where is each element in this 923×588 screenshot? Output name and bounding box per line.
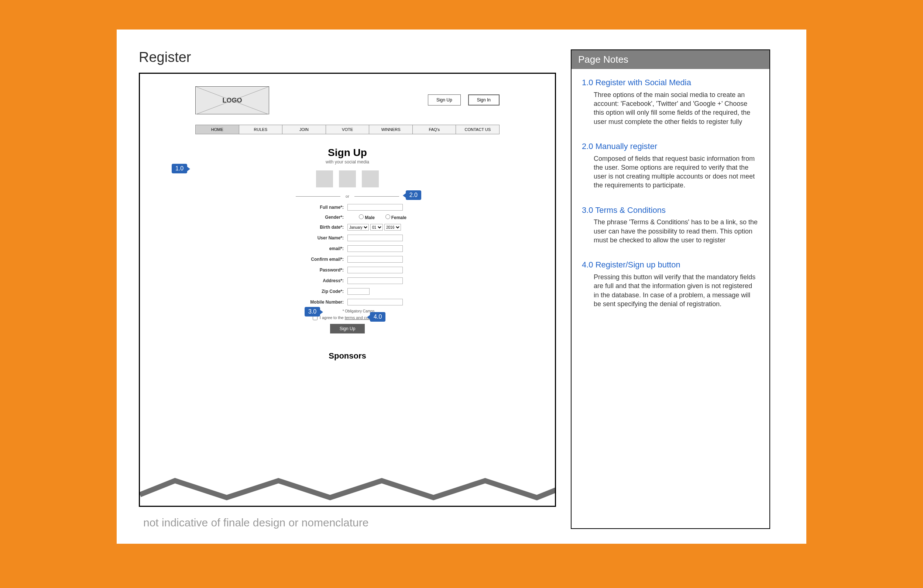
note-body-2: Composed of fields that request basic in…	[582, 154, 759, 190]
label-email: email*:	[288, 246, 344, 251]
obligatory-note: * Obligatory Camps	[310, 309, 406, 313]
select-birth-year[interactable]: 2016	[384, 224, 401, 231]
signup-heading: Sign Up	[195, 147, 499, 159]
wireframe-frame: LOGO Sign Up Sign In HOME RULES JOIN VOT…	[139, 73, 556, 507]
callout-4: 4.0	[370, 312, 386, 322]
nav-contact[interactable]: CONTACT US	[456, 125, 499, 134]
page-notes-header: Page Notes	[572, 50, 769, 69]
document-canvas: Register LOGO Sign Up Sign	[117, 29, 806, 544]
select-birth-month[interactable]: January	[347, 224, 369, 231]
header-signin-button[interactable]: Sign In	[468, 95, 499, 105]
signup-subheading: with your social media	[195, 159, 499, 164]
label-username: User Name*:	[288, 235, 344, 241]
social-facebook-button[interactable]	[316, 170, 333, 187]
input-email[interactable]	[347, 245, 403, 252]
label-password: Password*:	[288, 267, 344, 273]
note-block-4: 4.0 Register/Sign up button Pressing thi…	[582, 259, 759, 308]
input-password[interactable]	[347, 267, 403, 274]
note-title-2: 2.0 Manually register	[582, 141, 759, 152]
callout-3: 3.0	[305, 307, 320, 316]
disclaimer-text: not indicative of finale design or nomen…	[139, 516, 556, 529]
signup-submit-button[interactable]: Sign Up	[330, 324, 365, 334]
label-address: Address*:	[288, 278, 344, 283]
logo-placeholder: LOGO	[195, 86, 269, 115]
select-birth-day[interactable]: 01	[370, 224, 383, 231]
social-twitter-button[interactable]	[339, 170, 356, 187]
page-title: Register	[139, 49, 556, 65]
radio-male-wrap[interactable]: Male	[347, 214, 375, 220]
note-title-3: 3.0 Terms & Conditions	[582, 205, 759, 216]
nav-rules[interactable]: RULES	[239, 125, 283, 134]
note-title-1: 1.0 Register with Social Media	[582, 77, 759, 88]
nav-join[interactable]: JOIN	[282, 125, 326, 134]
input-username[interactable]	[347, 234, 403, 241]
note-block-2: 2.0 Manually register Composed of fields…	[582, 141, 759, 190]
divider-or: or	[346, 194, 349, 198]
callout-2: 2.0	[406, 190, 421, 200]
note-title-4: 4.0 Register/Sign up button	[582, 259, 759, 270]
input-confirm-email[interactable]	[347, 256, 403, 263]
label-confirm-email: Confirm email*:	[288, 257, 344, 262]
note-block-1: 1.0 Register with Social Media Three opt…	[582, 77, 759, 126]
label-gender: Gender*:	[288, 215, 344, 220]
social-googleplus-button[interactable]	[362, 170, 379, 187]
nav-vote[interactable]: VOTE	[326, 125, 370, 134]
callout-1: 1.0	[172, 164, 187, 174]
sponsors-heading: Sponsors	[195, 351, 499, 361]
note-body-3: The phrase 'Terms & Conditions' has to b…	[582, 218, 759, 244]
radio-female[interactable]	[386, 214, 390, 219]
page-notes-panel: Page Notes 1.0 Register with Social Medi…	[571, 49, 770, 529]
input-address[interactable]	[347, 277, 403, 284]
radio-female-wrap[interactable]: Female	[379, 214, 406, 220]
note-block-3: 3.0 Terms & Conditions The phrase 'Terms…	[582, 205, 759, 245]
radio-male[interactable]	[359, 214, 364, 219]
label-birthdate: Birth date*:	[288, 224, 344, 230]
note-body-1: Three options of the main social media t…	[582, 90, 759, 126]
input-mobile[interactable]	[347, 299, 403, 305]
label-full-name: Full name*:	[288, 205, 344, 210]
input-full-name[interactable]	[347, 204, 403, 211]
torn-edge-icon	[140, 476, 556, 506]
input-zip[interactable]	[347, 288, 370, 295]
nav-winners[interactable]: WINNERS	[369, 125, 413, 134]
main-nav: HOME RULES JOIN VOTE WINNERS FAQ's CONTA…	[195, 124, 499, 134]
label-mobile: Mobile Number:	[288, 300, 344, 305]
wireframe-column: Register LOGO Sign Up Sign	[139, 49, 556, 529]
nav-faqs[interactable]: FAQ's	[413, 125, 457, 134]
header-signup-button[interactable]: Sign Up	[428, 95, 461, 105]
note-body-4: Pressing this button will verify that th…	[582, 273, 759, 308]
label-zip: Zip Code*:	[288, 289, 344, 294]
nav-home[interactable]: HOME	[195, 125, 239, 134]
